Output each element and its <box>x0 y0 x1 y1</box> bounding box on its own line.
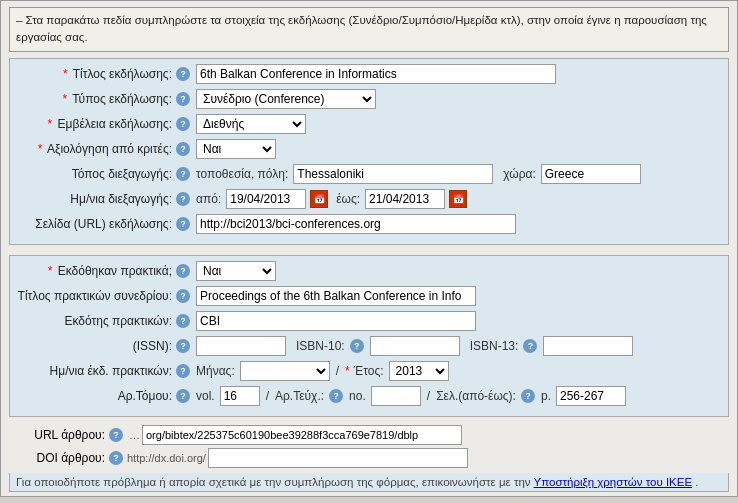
info-text: – Στα παρακάτω πεδία συμπληρώστε τα στοι… <box>16 14 707 43</box>
date-field-cell: ? από: 📅 έως: 📅 <box>176 189 722 209</box>
publisher-label: Εκδότης πρακτικών: <box>64 314 172 328</box>
type-row: * Τύπος εκδήλωσης: ? Συνέδριο (Conferenc… <box>16 88 722 110</box>
vol-prefix: vol. <box>196 389 215 403</box>
scope-help-icon[interactable]: ? <box>176 117 190 131</box>
review-field-cell: ? Ναι <box>176 139 722 159</box>
place-input[interactable] <box>293 164 493 184</box>
title-help-icon[interactable]: ? <box>176 67 190 81</box>
place-label-cell: Τόπος διεξαγωγής: <box>16 167 176 181</box>
isbn13-input[interactable] <box>543 336 633 356</box>
info-box: – Στα παρακάτω πεδία συμπληρώστε τα στοι… <box>9 7 729 52</box>
slash-sep: / <box>336 364 339 378</box>
year-select[interactable]: 2013 <box>389 361 449 381</box>
required-star-type: * <box>63 92 68 106</box>
pages-input[interactable] <box>556 386 626 406</box>
event-url-field-cell: ? <box>176 214 722 234</box>
date-help-icon[interactable]: ? <box>176 192 190 206</box>
issue-label: Αρ.Τεύχ.: <box>275 389 324 403</box>
place-label: Τόπος διεξαγωγής: <box>72 167 172 181</box>
date-pub-help-icon[interactable]: ? <box>176 364 190 378</box>
title-row: * Τίτλος εκδήλωσης: ? <box>16 63 722 85</box>
doi-row: DOI άρθρου: ? http://dx.doi.org/ <box>9 448 729 468</box>
url-article-input[interactable] <box>142 425 462 445</box>
date-from-label: από: <box>196 192 221 206</box>
doi-help-icon[interactable]: ? <box>109 451 123 465</box>
issue-help-icon[interactable]: ? <box>329 389 343 403</box>
date-row: Ημ/νια διεξαγωγής: ? από: 📅 έως: 📅 <box>16 188 722 210</box>
date-pub-row: Ημ/νια έκδ. πρακτικών: ? Μήνας: / * Έτος… <box>16 360 722 382</box>
type-help-icon[interactable]: ? <box>176 92 190 106</box>
doi-label: DOI άρθρου: <box>36 451 105 465</box>
event-url-help-icon[interactable]: ? <box>176 217 190 231</box>
issue-prefix: no. <box>349 389 366 403</box>
review-select[interactable]: Ναι <box>196 139 276 159</box>
proc-title-help-icon[interactable]: ? <box>176 289 190 303</box>
isbn13-help-icon[interactable]: ? <box>523 339 537 353</box>
required-star-year: * <box>345 364 350 378</box>
url-article-row: URL άρθρου: ? … <box>9 425 729 445</box>
event-url-input[interactable] <box>196 214 516 234</box>
issn-help-icon[interactable]: ? <box>176 339 190 353</box>
published-help-icon[interactable]: ? <box>176 264 190 278</box>
doi-label-cell: DOI άρθρου: <box>9 451 109 465</box>
calendar-from-icon[interactable]: 📅 <box>310 190 328 208</box>
place-help-icon[interactable]: ? <box>176 167 190 181</box>
calendar-to-icon[interactable]: 📅 <box>449 190 467 208</box>
date-to-label: έως: <box>336 192 360 206</box>
publisher-help-icon[interactable]: ? <box>176 314 190 328</box>
footer-link[interactable]: Υποστήριξη χρηστών του ΙΚΕΕ <box>534 476 693 488</box>
place-field-cell: ? τοποθεσία, πόλη: χώρα: <box>176 164 722 184</box>
date-label: Ημ/νια διεξαγωγής: <box>70 192 172 206</box>
url-article-prefix: … <box>129 429 140 441</box>
vol-label: Αρ.Τόμου: <box>118 389 172 403</box>
date-from-input[interactable] <box>226 189 306 209</box>
date-pub-label: Ημ/νια έκδ. πρακτικών: <box>50 364 172 378</box>
vol-field-cell: ? vol. / Αρ.Τεύχ.: ? no. / Σελ.(από-έως)… <box>176 386 722 406</box>
type-select[interactable]: Συνέδριο (Conference) <box>196 89 376 109</box>
required-star-pub: * <box>48 264 53 278</box>
isbn10-input[interactable] <box>370 336 460 356</box>
pages-help-icon[interactable]: ? <box>521 389 535 403</box>
month-select[interactable] <box>240 361 330 381</box>
proc-title-label: Τίτλος πρακτικών συνεδρίου: <box>18 289 172 303</box>
url-article-label-cell: URL άρθρου: <box>9 428 109 442</box>
date-label-cell: Ημ/νια διεξαγωγής: <box>16 192 176 206</box>
main-container: – Στα παρακάτω πεδία συμπληρώστε τα στοι… <box>0 0 738 497</box>
slash-sep2: / <box>266 389 269 403</box>
scope-row: * Εμβέλεια εκδήλωσης: ? Διεθνής <box>16 113 722 135</box>
published-field-cell: ? Ναι <box>176 261 722 281</box>
required-star-scope: * <box>48 117 53 131</box>
published-select[interactable]: Ναι <box>196 261 276 281</box>
issn-label-cell: (ISSN): <box>16 339 176 353</box>
slash-sep3: / <box>427 389 430 403</box>
publisher-input[interactable] <box>196 311 476 331</box>
publisher-field-cell: ? <box>176 311 722 331</box>
doi-input[interactable] <box>208 448 468 468</box>
title-input[interactable] <box>196 64 556 84</box>
issn-input[interactable] <box>196 336 286 356</box>
proc-title-input[interactable] <box>196 286 476 306</box>
event-url-label-cell: Σελίδα (URL) εκδήλωσης: <box>16 217 176 231</box>
required-star-review: * <box>38 142 43 156</box>
pages-prefix: p. <box>541 389 551 403</box>
date-to-input[interactable] <box>365 189 445 209</box>
doi-prefix: http://dx.doi.org/ <box>127 452 206 464</box>
review-help-icon[interactable]: ? <box>176 142 190 156</box>
vol-input[interactable] <box>220 386 260 406</box>
footer-bar: Για οποιοδήποτε πρόβλημα ή απορία σχετικ… <box>9 473 729 492</box>
url-doi-section: URL άρθρου: ? … DOI άρθρου: ? http://dx.… <box>9 421 729 473</box>
isbn10-help-icon[interactable]: ? <box>350 339 364 353</box>
country-input[interactable] <box>541 164 641 184</box>
scope-select[interactable]: Διεθνής <box>196 114 306 134</box>
issue-input[interactable] <box>371 386 421 406</box>
url-article-help-icon[interactable]: ? <box>109 428 123 442</box>
title-field-cell: ? <box>176 64 722 84</box>
place-sublabel: τοποθεσία, πόλη: <box>196 167 288 181</box>
published-label: Εκδόθηκαν πρακτικά; <box>58 264 172 278</box>
footer-text1: Για οποιοδήποτε πρόβλημα ή απορία σχετικ… <box>16 476 534 488</box>
review-label: Αξιολόγηση από κριτές: <box>47 142 172 156</box>
vol-help-icon[interactable]: ? <box>176 389 190 403</box>
vol-label-cell: Αρ.Τόμου: <box>16 389 176 403</box>
issn-label: (ISSN): <box>133 339 172 353</box>
title-label: Τίτλος εκδήλωσης: <box>73 67 172 81</box>
